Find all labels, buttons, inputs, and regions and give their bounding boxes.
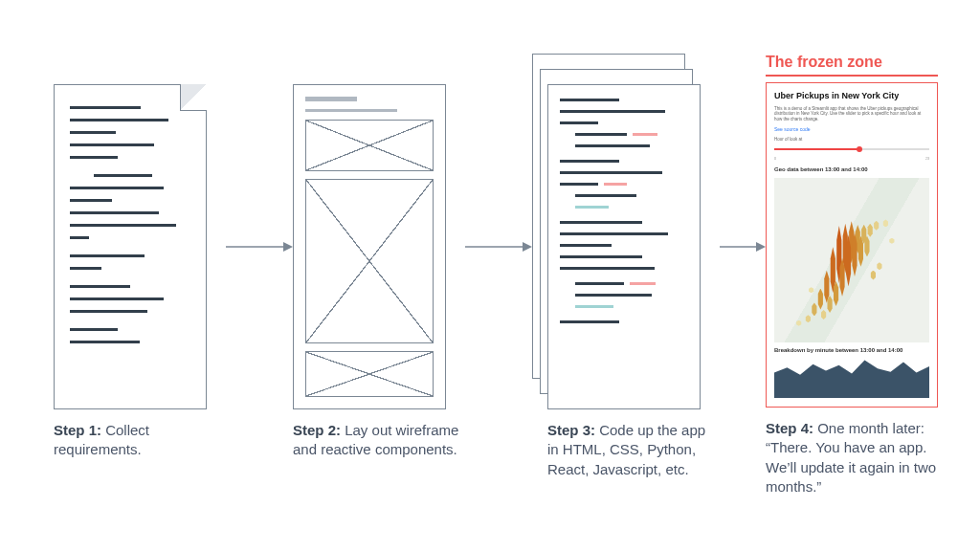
app-title: Uber Pickups in New York City <box>774 91 929 101</box>
step-3: Step 3: Code up the app in HTML, CSS, Py… <box>532 54 720 479</box>
diagram-row: Step 1: Collect requirements. Step 2: La… <box>54 54 942 496</box>
doc-lines <box>55 85 206 374</box>
wireframe-box <box>305 351 434 397</box>
svg-marker-5 <box>756 242 766 252</box>
arrow-1 <box>226 84 293 409</box>
step-2: Step 2: Lay out wireframe and reactive c… <box>293 54 465 460</box>
step-1-caption: Step 1: Collect requirements. <box>54 421 226 460</box>
arrow-2 <box>465 84 532 409</box>
step-1-title: Step 1: <box>54 422 101 438</box>
step-1: Step 1: Collect requirements. <box>54 54 226 460</box>
svg-marker-3 <box>523 242 532 252</box>
step-4-caption: Step 4: One month later: “There. You hav… <box>766 419 938 496</box>
chart-heading: Breakdown by minute between 13:00 and 14… <box>774 347 929 354</box>
arrow-3 <box>720 84 766 409</box>
source-link[interactable]: See source code <box>774 126 929 132</box>
app-subtitle: This is a demo of a Streamlit app that s… <box>774 106 929 121</box>
wireframe-box <box>305 179 434 343</box>
frozen-zone-label: The frozen zone <box>766 54 882 71</box>
page-fold-icon <box>180 84 207 111</box>
map-heading: Geo data between 13:00 and 14:00 <box>774 166 929 173</box>
step-3-title: Step 3: <box>547 422 595 438</box>
step-2-caption: Step 2: Lay out wireframe and reactive c… <box>293 421 465 460</box>
wireframe <box>293 84 446 409</box>
code-stack <box>532 54 685 409</box>
requirements-doc <box>54 84 207 409</box>
minute-chart: Breakdown by minute between 13:00 and 14… <box>774 347 929 399</box>
slider-label: Hour of look at <box>774 137 929 142</box>
workflow-diagram: Step 1: Collect requirements. Step 2: La… <box>0 0 980 551</box>
slider-ticks: 023 <box>774 157 929 161</box>
code-page-front <box>547 84 701 409</box>
wireframe-box <box>305 120 434 171</box>
map-visualization[interactable] <box>774 178 929 342</box>
hour-slider[interactable] <box>774 146 929 152</box>
step-4-title: Step 4: <box>766 420 813 436</box>
step-4: The frozen zone Uber Pickups in New York… <box>766 54 938 496</box>
frozen-underline <box>766 75 938 77</box>
step-2-title: Step 2: <box>293 422 341 438</box>
svg-marker-1 <box>283 242 293 252</box>
step-3-caption: Step 3: Code up the app in HTML, CSS, Py… <box>547 421 720 479</box>
app-screenshot: Uber Pickups in New York City This is a … <box>766 82 938 408</box>
